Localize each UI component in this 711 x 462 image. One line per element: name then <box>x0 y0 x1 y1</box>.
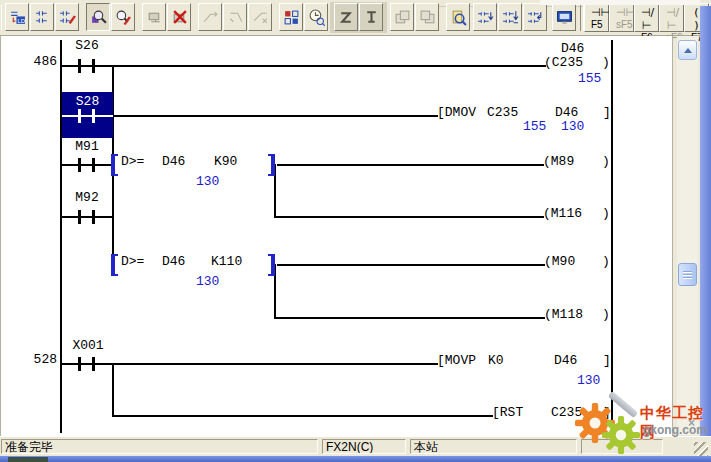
find-block-icon <box>527 9 544 26</box>
main-toolbar: LD ⊣⊢F5 ⊣⊢sF5 ⊣/⊢F6 ⊣/⊢sF6 ( )F7 ⊣[F8 <box>0 0 711 36</box>
find-contact-button[interactable] <box>473 3 497 31</box>
taskbar-fragment <box>8 457 48 462</box>
contact-bar <box>78 158 81 172</box>
line-insert-icon <box>202 9 219 26</box>
selected-cell-s28[interactable]: S28 <box>62 92 113 138</box>
line-edit-button <box>223 3 247 31</box>
monitor-write-icon <box>115 9 132 26</box>
monitor-mode-button[interactable] <box>86 3 110 31</box>
right-power-rail <box>611 40 613 433</box>
scroll-up-button[interactable] <box>678 40 697 60</box>
find-contact-icon <box>477 9 494 26</box>
program-windows-button[interactable] <box>279 3 303 31</box>
monitor-value: 130 <box>196 275 219 289</box>
coil-text: (M116 <box>543 207 582 221</box>
fkey-open-contact-button[interactable]: ⊣⊢F5 <box>584 3 609 32</box>
operand: K110 <box>211 255 242 269</box>
fkey-closed-contact-button[interactable]: ⊣/⊢F6 <box>634 3 659 32</box>
clock-monitor-button[interactable] <box>304 3 328 31</box>
fkey-parallel-contact-button: ⊣⊢sF5 <box>609 3 634 32</box>
operand: D46 <box>555 106 578 120</box>
watermark-site-url: gkong.com <box>643 423 707 437</box>
coil-close: ) <box>602 255 610 269</box>
power-flow-bracket <box>111 254 118 276</box>
operand: K90 <box>214 155 237 169</box>
contact-wire <box>62 115 113 117</box>
thumb-grip <box>683 277 692 278</box>
monitor-value: 155 <box>523 120 546 134</box>
wire-h <box>275 317 545 319</box>
ladder-editor-canvas[interactable]: 486 528 S26 D46 (C235 ) 155 S28 [DMOV C2… <box>0 36 673 436</box>
resize-grip[interactable] <box>694 442 708 456</box>
find-coil-button[interactable] <box>498 3 522 31</box>
status-message: 准备完毕 <box>1 439 318 454</box>
logic-test-run-icon <box>338 9 355 26</box>
status-plc-type: FX2N(C) <box>322 439 406 454</box>
stop-monitor-button[interactable] <box>167 3 191 31</box>
operand: D46 <box>162 255 185 269</box>
window-tile-button <box>415 3 439 31</box>
window-right-border <box>700 6 711 437</box>
parallel-contact-icon: ⊣⊢ <box>616 6 627 19</box>
find-coil-icon <box>502 9 519 26</box>
open-contact-icon: ⊣⊢ <box>591 6 602 19</box>
contact-label: X001 <box>69 339 107 353</box>
window-cascade-icon <box>394 9 411 26</box>
ladder-list-toggle-button[interactable]: LD <box>5 3 29 31</box>
monitor-write-button[interactable] <box>111 3 135 31</box>
contact-bar <box>78 357 81 371</box>
write-mode-button[interactable] <box>55 3 79 31</box>
scrollbar-thumb[interactable] <box>678 263 697 286</box>
wire-h <box>61 216 114 218</box>
instruction-text: [MOVP <box>437 354 476 368</box>
coil-close: ) <box>602 155 610 169</box>
svg-text:LD: LD <box>17 17 24 23</box>
coil-text: (M90 <box>544 255 575 269</box>
contact-bar <box>78 59 81 73</box>
vertical-scrollbar[interactable] <box>677 36 698 435</box>
coil-operand: D46 <box>561 42 584 56</box>
coil-close: ) <box>602 308 610 322</box>
contact-bar <box>92 210 95 224</box>
read-mode-icon <box>34 9 51 26</box>
clock-monitor-icon <box>308 9 325 26</box>
contact-label: S26 <box>70 39 104 53</box>
logic-test-stop-button <box>359 3 383 31</box>
window-tile-icon <box>419 9 436 26</box>
coil-text: (C235 <box>544 56 583 70</box>
coil-close: ) <box>602 207 610 221</box>
instruction-text: [RST <box>492 406 523 420</box>
operand: D46 <box>554 354 577 368</box>
wire-h <box>61 164 114 166</box>
find-block-button[interactable] <box>523 3 547 31</box>
wire-h <box>61 363 438 365</box>
operand: K0 <box>488 354 504 368</box>
instruction-close: ] <box>603 106 611 120</box>
wire-h <box>113 415 493 417</box>
coil-close: ) <box>602 56 610 70</box>
gx-developer-window: { "toolbar": { "buttons": [ {"name":"lad… <box>0 0 711 462</box>
fkey-parallel-closed-button: ⊣/⊢sF6 <box>659 3 684 32</box>
line-delete-icon <box>252 9 269 26</box>
contact-bar <box>92 109 95 123</box>
read-mode-button[interactable] <box>30 3 54 31</box>
contact-bar <box>92 357 95 371</box>
wire-h <box>277 164 544 166</box>
status-station: 本站 <box>410 439 577 454</box>
comment-display-button[interactable] <box>552 3 576 31</box>
parallel-closed-icon: ⊣/⊢ <box>666 6 677 32</box>
find-device-icon <box>450 9 467 26</box>
contact-bar <box>92 158 95 172</box>
closed-contact-icon: ⊣/⊢ <box>641 6 652 32</box>
find-device-button[interactable] <box>446 3 470 31</box>
wire-h <box>113 115 438 117</box>
step-number: 528 <box>29 353 57 367</box>
window-cascade-button <box>390 3 414 31</box>
device-test-icon <box>146 9 163 26</box>
ladder-list-icon: LD <box>9 9 26 26</box>
monitor-value: 130 <box>196 175 219 189</box>
instruction-text: [DMOV <box>437 106 476 120</box>
contact-label: S28 <box>62 95 113 109</box>
compare-op: D>= <box>121 155 144 169</box>
coil-text: (M89 <box>543 155 574 169</box>
